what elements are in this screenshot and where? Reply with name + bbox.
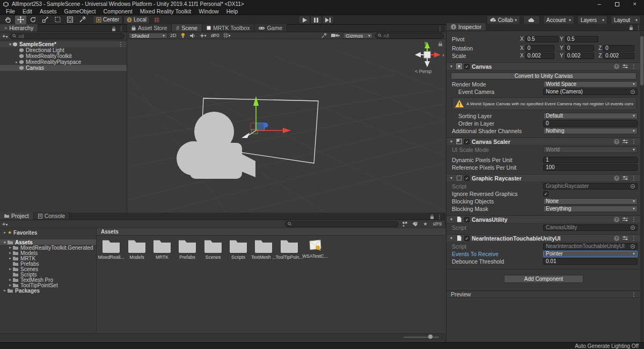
custom-tool-icon[interactable]	[77, 16, 88, 24]
object-picker-icon[interactable]	[631, 226, 635, 230]
menu-file[interactable]: File	[2, 8, 19, 14]
scene-row-menu-icon[interactable]: ⋮	[118, 41, 127, 47]
asset-folder-mrtk[interactable]: MRTK	[150, 239, 174, 260]
tree-item-textmesh-pro[interactable]: ▸ TextMesh Pro	[0, 277, 96, 282]
scene-search-input[interactable]	[383, 33, 441, 39]
tab-hierarchy[interactable]: ≡ Hierarchy	[0, 24, 38, 32]
additional-shader-channels-dropdown[interactable]: Nothing▾	[543, 128, 638, 134]
asset-folder-models[interactable]: Models	[125, 239, 149, 260]
collab-button[interactable]: Collab ▾	[487, 16, 520, 24]
thumbnail-zoom-knob[interactable]	[428, 335, 433, 339]
tab-project[interactable]: Project	[0, 212, 34, 220]
rect-tool-icon[interactable]	[52, 16, 63, 24]
inspector-scrollbar[interactable]	[640, 32, 643, 341]
menu-assets[interactable]: Assets	[36, 8, 61, 14]
menu-gameobject[interactable]: GameObject	[61, 8, 100, 14]
asset-folder-tooltippointset[interactable]: ToolTipPoin...	[277, 239, 302, 260]
scale-x-field[interactable]: 0.002	[525, 53, 554, 59]
account-dropdown[interactable]: Account ▾	[543, 16, 574, 24]
near-interaction-component-header[interactable]: ▼ ✓ NearInteractionTouchableUnityUI ? ⋮	[447, 234, 641, 242]
canvas-enabled-checkbox[interactable]: ✓	[464, 64, 470, 69]
tab-console[interactable]: Console	[34, 212, 70, 220]
project-menu-icon[interactable]: ⋮	[437, 214, 442, 220]
object-picker-icon[interactable]	[631, 244, 635, 249]
pivot-y-field[interactable]: 0.5	[565, 36, 598, 42]
layout-dropdown[interactable]: Layout ▾	[611, 16, 641, 24]
grid-snap-icon[interactable]	[151, 16, 163, 24]
ignore-reversed-graphics-checkbox[interactable]: ✓	[543, 191, 548, 197]
help-icon[interactable]: ?	[614, 217, 619, 222]
2d-toggle-button[interactable]: 2D	[169, 33, 178, 39]
help-icon[interactable]: ?	[614, 64, 619, 69]
tree-item-assets[interactable]: ▼ Assets	[0, 239, 96, 245]
event-camera-object-field[interactable]: None (Camera)	[543, 89, 638, 95]
canvas-utility-enabled-checkbox[interactable]: ✓	[464, 217, 470, 222]
menu-mixed-reality-toolkit[interactable]: Mixed Reality Toolkit	[136, 8, 195, 14]
tree-item-prefabs[interactable]: Prefabs	[0, 261, 96, 266]
scale-y-field[interactable]: 0.002	[565, 53, 594, 59]
project-visibility-icon[interactable]: 9	[431, 221, 443, 227]
blocking-mask-dropdown[interactable]: Everything▾	[543, 206, 638, 212]
help-icon[interactable]: ?	[614, 139, 619, 144]
tree-item-scenes[interactable]: ▸ Scenes	[0, 266, 96, 272]
reference-ppu-field[interactable]: 100	[543, 164, 638, 171]
presets-icon[interactable]	[623, 139, 628, 144]
hierarchy-item-canvas[interactable]: Canvas	[0, 65, 127, 71]
project-search-input[interactable]	[294, 221, 396, 227]
scale-z-field[interactable]: 0.002	[603, 53, 634, 59]
object-picker-icon[interactable]	[631, 90, 635, 94]
hierarchy-menu-icon[interactable]: ⋮	[119, 26, 124, 32]
tree-item-scripts[interactable]: Scripts	[0, 272, 96, 277]
near-interaction-enabled-checkbox[interactable]: ✓	[464, 236, 470, 241]
component-menu-icon[interactable]: ⋮	[631, 216, 636, 222]
render-mode-dropdown[interactable]: World Space▾	[543, 81, 638, 88]
project-grid-area[interactable]: Assets MixedReali... Models MRTK Prefabs…	[97, 228, 445, 333]
scene-foldout-icon[interactable]: ▼	[8, 42, 13, 46]
hierarchy-item-mixedrealitytoolkit[interactable]: MixedRealityToolkit	[0, 53, 127, 59]
audio-toggle-icon[interactable]	[189, 33, 197, 39]
rotation-z-field[interactable]: 0	[603, 45, 634, 52]
move-tool-icon[interactable]	[15, 16, 26, 24]
hand-tool-icon[interactable]	[3, 16, 14, 24]
minimize-button[interactable]: –	[597, 1, 601, 7]
thumbnail-zoom-slider[interactable]	[404, 337, 439, 338]
presets-icon[interactable]	[623, 217, 628, 222]
play-button[interactable]	[298, 16, 310, 24]
menu-window[interactable]: Window	[195, 8, 222, 14]
hierarchy-search[interactable]	[10, 33, 125, 39]
asset-folder-scripts[interactable]: Scripts	[226, 239, 251, 260]
search-by-label-icon[interactable]	[411, 221, 419, 227]
menu-edit[interactable]: Edit	[19, 8, 36, 14]
preview-menu-icon[interactable]: ⋮	[631, 292, 636, 297]
pivot-toggle-button[interactable]: Center	[93, 16, 122, 24]
scene-tabbar-menu-icon[interactable]: ⋮	[437, 26, 443, 32]
cloud-button[interactable]	[523, 16, 540, 24]
component-menu-icon[interactable]: ⋮	[631, 63, 636, 69]
component-foldout-icon[interactable]: ▼	[449, 64, 454, 68]
events-to-receive-dropdown[interactable]: Pointer▾	[543, 251, 638, 257]
debounce-threshold-field[interactable]: 0.01	[543, 258, 638, 265]
item-foldout-icon[interactable]: ▸	[14, 60, 19, 64]
rotation-y-field[interactable]: 0	[565, 45, 594, 52]
canvas-utility-component-header[interactable]: ▼ ✓ CanvasUtility ? ⋮	[447, 215, 641, 223]
component-menu-icon[interactable]: ⋮	[631, 235, 636, 241]
tree-item-packages[interactable]: ▸ Packages	[0, 288, 96, 293]
blocking-objects-dropdown[interactable]: None▾	[543, 198, 638, 205]
project-create-button[interactable]: +▾	[2, 221, 8, 227]
asset-file-wsatestcert[interactable]: WSATestC...	[303, 239, 327, 259]
asset-folder-prefabs[interactable]: Prefabs	[175, 239, 200, 260]
layers-dropdown[interactable]: Layers ▾	[577, 16, 608, 24]
hierarchy-scene-row[interactable]: ▼ SampleScene* ⋮	[0, 41, 127, 47]
step-button[interactable]	[322, 16, 334, 24]
tab-game[interactable]: Game	[254, 24, 287, 32]
auto-generate-lighting-toggle[interactable]: Auto Generate Lighting Off	[575, 343, 639, 349]
canvas-scaler-enabled-checkbox[interactable]: ✓	[464, 139, 470, 144]
lock-icon[interactable]	[629, 25, 633, 31]
lighting-toggle-icon[interactable]	[179, 33, 187, 39]
scale-tool-icon[interactable]	[40, 16, 51, 24]
add-component-button[interactable]: Add Component	[504, 275, 583, 283]
inspector-menu-icon[interactable]: ⋮	[636, 25, 641, 31]
tree-item-tooltippointset[interactable]: ▸ ToolTipPointSet	[0, 282, 96, 288]
convert-to-unity-canvas-button[interactable]: Convert to Unity Canvas	[451, 72, 636, 79]
tab-scene[interactable]: # Scene	[172, 24, 202, 32]
